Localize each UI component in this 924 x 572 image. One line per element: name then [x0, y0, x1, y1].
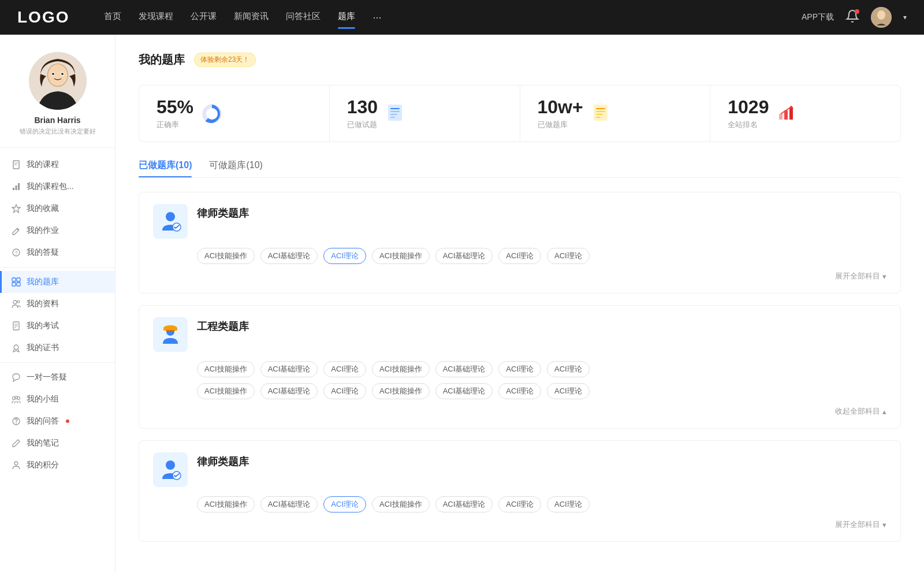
eng-tag-12[interactable]: ACI理论	[498, 383, 541, 399]
sidebar-item-group[interactable]: 我的小组	[0, 388, 115, 410]
nav-news[interactable]: 新闻资讯	[234, 11, 269, 24]
logo[interactable]: LOGO	[17, 8, 69, 27]
bar-red-icon	[777, 103, 795, 122]
header-right: APP下载 ▾	[802, 7, 907, 28]
svg-rect-46	[596, 114, 603, 115]
nav-home[interactable]: 首页	[104, 11, 121, 24]
nav-qa[interactable]: 问答社区	[286, 11, 321, 24]
eng-tag-8[interactable]: ACI基础理论	[260, 383, 318, 399]
nav-more[interactable]: ···	[372, 12, 381, 24]
bar-chart-icon	[12, 182, 21, 191]
doc-orange-icon	[591, 103, 610, 122]
topic-title-lawyer-2: 律师类题库	[197, 452, 249, 469]
sidebar-item-course-package[interactable]: 我的课程包...	[0, 176, 115, 198]
tag-0[interactable]: ACI技能操作	[197, 248, 255, 264]
app-download-link[interactable]: APP下载	[802, 12, 834, 23]
main-nav: 首页 发现课程 公开课 新闻资讯 问答社区 题库 ···	[104, 11, 802, 24]
topic-icon-lawyer-1	[153, 204, 188, 239]
eng-tag-9[interactable]: ACI理论	[323, 383, 366, 399]
topic-tags-engineer-row2: ACI技能操作 ACI基础理论 ACI理论 ACI技能操作 ACI基础理论 AC…	[153, 383, 886, 399]
svg-rect-40	[390, 111, 400, 112]
sidebar-menu: 我的课程 我的课程包... 我的收藏 我的作业 ? 我的答疑	[0, 148, 115, 482]
stat-accuracy-label: 正确率	[157, 120, 193, 130]
law2-tag-5[interactable]: ACI理论	[498, 496, 541, 512]
tag-1[interactable]: ACI基础理论	[260, 248, 318, 264]
svg-point-24	[17, 300, 20, 303]
svg-point-52	[166, 212, 175, 221]
eng-tag-5[interactable]: ACI理论	[498, 361, 541, 377]
sidebar-item-points[interactable]: 我的积分	[0, 454, 115, 476]
user-avatar[interactable]	[871, 7, 892, 28]
eng-tag-0[interactable]: ACI技能操作	[197, 361, 255, 377]
main-content: 我的题库 体验剩余23天！ 55% 正确率	[116, 35, 924, 572]
topic-card-header-3: 律师类题库	[153, 452, 886, 487]
expand-btn-lawyer-1[interactable]: 展开全部科目 ▾	[835, 271, 886, 281]
grid-icon	[12, 277, 21, 287]
svg-point-35	[14, 462, 18, 465]
lawyer-icon-2	[158, 457, 183, 482]
eng-tag-2[interactable]: ACI理论	[323, 361, 366, 377]
sidebar-item-homework[interactable]: 我的作业	[0, 220, 115, 242]
sidebar-item-my-qa[interactable]: 我的问答	[0, 410, 115, 432]
tag-4[interactable]: ACI基础理论	[435, 248, 493, 264]
sidebar-item-exam[interactable]: 我的考试	[0, 315, 115, 337]
tag-3[interactable]: ACI技能操作	[372, 248, 430, 264]
eng-tag-13[interactable]: ACI理论	[547, 383, 590, 399]
eng-tag-7[interactable]: ACI技能操作	[197, 383, 255, 399]
law2-tag-0[interactable]: ACI技能操作	[197, 496, 255, 512]
law2-tag-4[interactable]: ACI基础理论	[435, 496, 493, 512]
expand-btn-lawyer-2[interactable]: 展开全部科目 ▾	[835, 519, 886, 530]
lawyer-icon	[158, 209, 183, 234]
eng-tag-6[interactable]: ACI理论	[547, 361, 590, 377]
sidebar-item-favorites[interactable]: 我的收藏	[0, 198, 115, 220]
nav-discover[interactable]: 发现课程	[139, 11, 173, 24]
svg-marker-15	[12, 205, 20, 213]
user-group-icon	[12, 395, 21, 404]
sidebar-item-certificate[interactable]: 我的证书	[0, 337, 115, 359]
notification-dot	[855, 9, 859, 14]
tab-done-banks[interactable]: 已做题库(10)	[139, 159, 192, 177]
sidebar-item-profile-data[interactable]: 我的资料	[0, 293, 115, 315]
topic-footer-lawyer-1: 展开全部科目 ▾	[153, 271, 886, 281]
eng-tag-11[interactable]: ACI基础理论	[435, 383, 493, 399]
user-menu-chevron[interactable]: ▾	[903, 13, 907, 21]
profile-avatar[interactable]	[29, 52, 87, 110]
svg-point-1	[877, 10, 885, 20]
tag-2[interactable]: ACI理论	[323, 248, 366, 264]
sidebar-item-question-bank[interactable]: 我的题库	[0, 271, 115, 293]
law2-tag-3[interactable]: ACI技能操作	[372, 496, 430, 512]
topic-card-lawyer-1: 律师类题库 ACI技能操作 ACI基础理论 ACI理论 ACI技能操作 ACI基…	[139, 192, 901, 294]
stat-done-banks-icon	[591, 103, 612, 124]
law2-tag-1[interactable]: ACI基础理论	[260, 496, 318, 512]
stats-row: 55% 正确率 130 已做试题	[139, 85, 901, 142]
svg-point-58	[166, 460, 175, 470]
nav-open-course[interactable]: 公开课	[191, 11, 217, 24]
tag-5[interactable]: ACI理论	[498, 248, 541, 264]
eng-tag-4[interactable]: ACI基础理论	[435, 361, 493, 377]
sidebar-item-my-course[interactable]: 我的课程	[0, 154, 115, 176]
stat-accuracy-value: 55%	[157, 97, 193, 117]
topic-tags-lawyer-1: ACI技能操作 ACI基础理论 ACI理论 ACI技能操作 ACI基础理论 AC…	[153, 248, 886, 264]
svg-rect-14	[18, 183, 20, 190]
eng-tag-10[interactable]: ACI技能操作	[372, 383, 430, 399]
topic-icon-lawyer-2	[153, 452, 188, 487]
eng-tag-1[interactable]: ACI基础理论	[260, 361, 318, 377]
help-circle-icon: ?	[12, 248, 21, 257]
sidebar-item-qa[interactable]: ? 我的答疑	[0, 242, 115, 263]
law2-tag-2[interactable]: ACI理论	[323, 496, 366, 512]
sidebar-item-one-on-one[interactable]: 一对一答疑	[0, 366, 115, 388]
eng-tag-3[interactable]: ACI技能操作	[372, 361, 430, 377]
law2-tag-6[interactable]: ACI理论	[547, 496, 590, 512]
svg-rect-20	[17, 278, 20, 281]
engineer-icon	[158, 322, 183, 347]
stat-accuracy-icon	[202, 103, 222, 124]
sidebar-item-notes[interactable]: 我的笔记	[0, 432, 115, 454]
svg-point-51	[790, 106, 792, 108]
svg-rect-50	[789, 107, 793, 120]
notification-bell[interactable]	[845, 9, 859, 25]
topic-tags-lawyer-2: ACI技能操作 ACI基础理论 ACI理论 ACI技能操作 ACI基础理论 AC…	[153, 496, 886, 512]
nav-question-bank[interactable]: 题库	[338, 11, 355, 24]
tag-6[interactable]: ACI理论	[547, 248, 590, 264]
tab-available-banks[interactable]: 可做题库(10)	[209, 159, 262, 177]
expand-btn-engineer[interactable]: 收起全部科目 ▴	[835, 406, 886, 417]
